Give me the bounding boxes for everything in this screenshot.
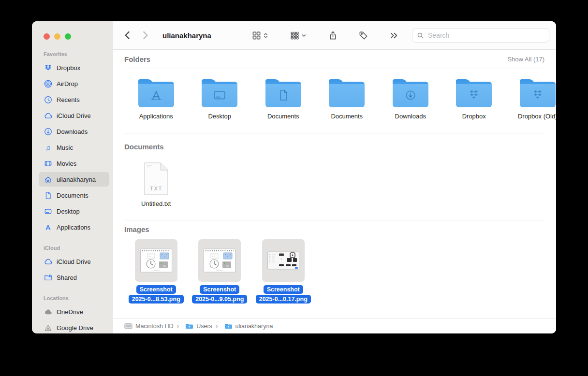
sidebar-item[interactable]: Desktop	[39, 204, 109, 218]
sidebar-section-icloud: iCloud iCloud Drive Shared	[32, 245, 113, 285]
image-filename-line2: 2025-0...9.05.png	[192, 295, 247, 304]
drive-icon	[124, 323, 132, 330]
close-button[interactable]	[44, 33, 50, 40]
forward-button[interactable]	[140, 30, 150, 40]
sidebar-item-label: ulianakharyna	[57, 176, 96, 183]
folder-item[interactable]: Documents	[315, 79, 379, 120]
folder-item[interactable]: Dropbox	[442, 79, 506, 120]
sidebar-item[interactable]: Movies	[39, 156, 109, 171]
sidebar-item[interactable]: Applications	[39, 220, 109, 234]
document-glyph-icon	[265, 83, 301, 107]
documents-grid: TXT Untitled.txt	[124, 154, 544, 207]
folder-icon	[138, 79, 174, 107]
downloads-icon	[44, 127, 52, 136]
image-thumbnail	[198, 239, 241, 282]
dropbox-icon	[44, 63, 52, 72]
dropbox-glyph-icon	[520, 83, 556, 107]
zoom-button[interactable]	[65, 33, 71, 40]
image-thumbnail	[262, 239, 305, 282]
sidebar-item[interactable]: ♫ Music	[39, 140, 109, 155]
folder-item-label: Documents	[331, 113, 363, 120]
group-by-control[interactable]	[290, 31, 307, 40]
breadcrumb-label: Users	[196, 323, 212, 330]
documents-section-header: Documents	[124, 139, 544, 154]
sidebar-item[interactable]: Downloads	[39, 124, 109, 139]
view-switcher[interactable]	[252, 31, 269, 40]
folder-small-icon	[224, 323, 233, 330]
documents-section: Documents TXT Untitled.txt	[124, 133, 544, 220]
folder-item[interactable]: Desktop	[188, 79, 252, 120]
folder-item-label: Dropbox (Old)	[518, 113, 556, 120]
folder-item[interactable]: Downloads	[379, 79, 442, 120]
magnifier-icon	[417, 32, 424, 39]
sidebar-item[interactable]: Google Drive	[39, 320, 109, 333]
sidebar-section-title: Locations	[44, 295, 113, 301]
tag-icon[interactable]	[359, 31, 368, 40]
toolbar: ulianakharyna	[113, 21, 556, 50]
sidebar-item-label: Google Drive	[57, 324, 93, 332]
sidebar-favorites-list: Dropbox AirDrop Recents iCloud Drive Dow…	[32, 60, 113, 234]
search-input[interactable]	[427, 31, 544, 40]
document-icon	[44, 191, 52, 200]
search-field[interactable]	[412, 28, 549, 43]
sidebar-item-label: Downloads	[57, 128, 88, 135]
grid-view-icon[interactable]	[252, 31, 261, 40]
breadcrumb-item[interactable]: Macintosh HD	[124, 323, 174, 330]
music-icon: ♫	[44, 143, 52, 152]
icloud-drive-icon	[44, 111, 52, 120]
sidebar: Favorites Dropbox AirDrop Recents iCloud…	[32, 21, 113, 333]
breadcrumb-item[interactable]: Users	[174, 322, 212, 330]
folder-item[interactable]: Dropbox (Old)	[506, 79, 556, 120]
sidebar-item[interactable]: OneDrive	[39, 304, 109, 319]
image-thumbnail	[135, 239, 177, 282]
main-area: ulianakharyna	[113, 21, 556, 333]
sidebar-item[interactable]: Shared	[39, 270, 109, 285]
image-file-item[interactable]: Screenshot 2025-0...0.17.png	[251, 239, 315, 304]
image-filename-line1: Screenshot	[136, 285, 176, 294]
section-title: Folders	[124, 55, 150, 63]
back-button[interactable]	[123, 30, 132, 40]
sidebar-item[interactable]: Dropbox	[39, 60, 109, 75]
folder-item[interactable]: Documents	[251, 79, 315, 120]
window-controls	[44, 33, 71, 40]
show-all-link[interactable]: Show All (17)	[507, 56, 544, 63]
folder-icon	[202, 79, 237, 107]
share-icon[interactable]	[328, 31, 338, 40]
images-section-header: Images	[124, 225, 544, 233]
shared-folder-icon	[44, 273, 52, 282]
sidebar-item[interactable]: ulianakharyna	[39, 172, 109, 187]
toolbar-overflow-button[interactable]	[389, 31, 398, 40]
breadcrumb-item[interactable]: ulianakharyna	[212, 322, 273, 330]
sidebar-item-label: Music	[57, 144, 73, 151]
sidebar-item[interactable]: Recents	[39, 92, 109, 107]
path-bar: Macintosh HD Users ulianakharyna	[113, 318, 556, 333]
sidebar-item-label: iCloud Drive	[57, 258, 91, 265]
group-by-icon[interactable]	[290, 31, 299, 40]
txt-file-icon: TXT	[143, 161, 170, 196]
chevron-down-icon[interactable]	[301, 32, 307, 39]
sidebar-item-label: Dropbox	[57, 64, 80, 72]
minimize-button[interactable]	[54, 33, 60, 40]
folder-icon	[520, 79, 556, 107]
chevrons-up-down-icon[interactable]	[263, 32, 269, 39]
document-file-item[interactable]: TXT Untitled.txt	[124, 161, 188, 207]
image-filename-label: Screenshot 2025-0...0.17.png	[256, 285, 311, 304]
onedrive-icon	[44, 307, 52, 316]
sidebar-item[interactable]: Documents	[39, 188, 109, 202]
share-button[interactable]	[328, 31, 338, 40]
image-file-item[interactable]: Screenshot 2025-0...9.05.png	[188, 239, 252, 304]
sidebar-section-title: iCloud	[44, 245, 113, 251]
tags-button[interactable]	[359, 31, 368, 40]
sidebar-item[interactable]: AirDrop	[39, 76, 109, 91]
sidebar-item[interactable]: iCloud Drive	[39, 108, 109, 123]
applications-icon	[44, 223, 52, 231]
sidebar-section-locations: Locations OneDrive Google Drive	[32, 295, 113, 333]
sidebar-item-label: iCloud Drive	[57, 112, 91, 119]
folder-item[interactable]: Applications	[124, 79, 188, 120]
image-file-item[interactable]: Screenshot 2025-0...8.53.png	[124, 239, 188, 304]
folders-grid: Applications Desktop Documents Documents…	[124, 69, 544, 133]
double-chevron-right-icon[interactable]	[389, 31, 398, 40]
sidebar-item[interactable]: iCloud Drive	[39, 254, 109, 269]
sidebar-item-label: Documents	[57, 192, 88, 199]
image-filename-line2: 2025-0...0.17.png	[256, 295, 311, 304]
